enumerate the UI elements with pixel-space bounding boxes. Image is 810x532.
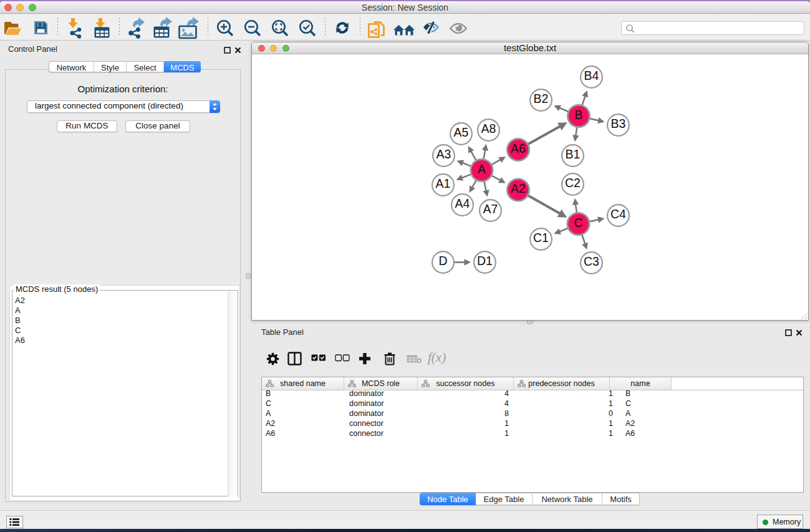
svg-text:A1: A1 — [436, 177, 451, 190]
svg-text:C3: C3 — [584, 254, 599, 268]
svg-text:B1: B1 — [566, 147, 581, 161]
svg-text:A4: A4 — [455, 196, 470, 210]
svg-text:A2: A2 — [511, 181, 526, 195]
svg-text:C1: C1 — [533, 231, 549, 244]
svg-text:C4: C4 — [610, 207, 626, 221]
svg-text:A5: A5 — [454, 125, 469, 139]
svg-text:D1: D1 — [477, 254, 493, 268]
svg-text:C: C — [574, 216, 582, 230]
svg-text:C2: C2 — [565, 176, 581, 190]
svg-text:D: D — [438, 254, 447, 268]
svg-text:B: B — [574, 108, 582, 122]
svg-text:A7: A7 — [483, 202, 498, 216]
svg-text:A8: A8 — [481, 122, 496, 135]
svg-text:A: A — [478, 162, 486, 176]
svg-text:B2: B2 — [534, 92, 549, 105]
svg-text:B3: B3 — [611, 117, 626, 130]
svg-text:A6: A6 — [511, 142, 526, 155]
svg-text:B4: B4 — [584, 69, 599, 82]
svg-text:A3: A3 — [436, 147, 451, 161]
